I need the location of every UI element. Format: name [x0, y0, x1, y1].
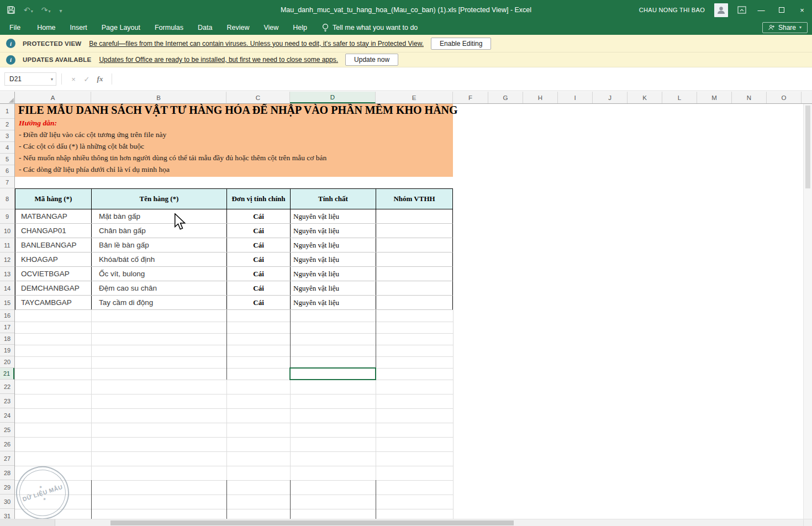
column-header-H[interactable]: H — [523, 92, 558, 103]
header-ma-hang[interactable]: Mã hàng (*) — [15, 189, 92, 209]
cell[interactable]: Cái — [227, 296, 291, 309]
name-box-dropdown-icon[interactable]: ▾ — [51, 77, 56, 82]
row-header-17[interactable]: 17 — [0, 322, 14, 333]
row-header-12[interactable]: 12 — [0, 253, 14, 267]
tab-home[interactable]: Home — [30, 20, 62, 35]
cell[interactable]: Nguyên vật liệu — [291, 224, 376, 238]
cell[interactable]: Cái — [227, 209, 291, 223]
row-header-9[interactable]: 9 — [0, 209, 14, 224]
row-header-16[interactable]: 16 — [0, 310, 14, 322]
column-header-I[interactable]: I — [558, 92, 593, 103]
column-header-G[interactable]: G — [488, 92, 523, 103]
row-header-26[interactable]: 26 — [0, 437, 14, 451]
column-header-O[interactable]: O — [767, 92, 802, 103]
column-header-K[interactable]: K — [628, 92, 662, 103]
cell[interactable]: Nguyên vật liệu — [291, 253, 376, 266]
row-header-14[interactable]: 14 — [0, 281, 14, 296]
enable-editing-button[interactable]: Enable Editing — [431, 38, 491, 50]
tab-file[interactable]: File — [0, 20, 30, 35]
cell[interactable] — [376, 296, 452, 309]
header-ten-hang[interactable]: Tên hàng (*) — [92, 189, 227, 209]
cell[interactable]: Nguyên vật liệu — [291, 238, 376, 252]
undo-button[interactable]: ↶▾ — [24, 5, 33, 15]
cell[interactable]: Cái — [227, 224, 291, 238]
share-button[interactable]: Share ▾ — [762, 22, 808, 33]
cell[interactable]: MATBANGAP — [15, 209, 92, 223]
column-header-A[interactable]: A — [15, 92, 91, 103]
vertical-scrollbar-thumb[interactable] — [805, 106, 810, 188]
row-header-23[interactable]: 23 — [0, 394, 14, 408]
cell[interactable]: Cái — [227, 281, 291, 295]
name-box[interactable]: D21 ▾ — [4, 72, 56, 86]
account-name[interactable]: CHAU NONG THI BAO — [639, 7, 705, 13]
row-header-29[interactable]: 29 — [0, 480, 14, 495]
update-now-button[interactable]: Update now — [345, 54, 398, 66]
cell[interactable]: Nguyên vật liệu — [291, 296, 376, 309]
header-nhom-vthh[interactable]: Nhóm VTHH — [376, 189, 452, 209]
column-header-L[interactable]: L — [662, 92, 697, 103]
tab-help[interactable]: Help — [286, 20, 314, 35]
row-header-10[interactable]: 10 — [0, 224, 14, 238]
selected-cell-d21[interactable] — [289, 367, 376, 380]
maximize-button[interactable] — [779, 7, 784, 13]
cell[interactable] — [376, 267, 452, 281]
header-don-vi[interactable]: Đơn vị tính chính — [227, 189, 291, 209]
cell[interactable]: Nguyên vật liệu — [291, 267, 376, 281]
cell[interactable]: KHOAGAP — [15, 253, 92, 266]
cell[interactable] — [376, 224, 452, 238]
column-header-E[interactable]: E — [376, 92, 453, 103]
enter-icon[interactable]: ✓ — [80, 75, 93, 83]
row-header-7[interactable]: 7 — [0, 177, 14, 188]
cell[interactable] — [376, 253, 452, 266]
cell[interactable]: CHANGAP01 — [15, 224, 92, 238]
cell[interactable]: Nguyên vật liệu — [291, 281, 376, 295]
horizontal-scrollbar-thumb[interactable] — [110, 520, 514, 525]
cell[interactable]: Cái — [227, 267, 291, 281]
formula-input[interactable] — [117, 72, 812, 86]
column-header-C[interactable]: C — [226, 92, 290, 103]
cell[interactable]: BANLEBANGAP — [15, 238, 92, 252]
cell[interactable] — [376, 281, 452, 295]
cell[interactable]: Cái — [227, 253, 291, 266]
column-header-M[interactable]: M — [697, 92, 732, 103]
cell[interactable]: Khóa/bát cố định — [92, 253, 227, 266]
tab-data[interactable]: Data — [191, 20, 219, 35]
header-tinh-chat[interactable]: Tính chất — [291, 189, 376, 209]
column-header-J[interactable]: J — [593, 92, 628, 103]
row-header-5[interactable]: 5 — [0, 154, 14, 165]
ribbon-display-options-button[interactable] — [737, 6, 746, 14]
cell[interactable]: DEMCHANBGAP — [15, 281, 92, 295]
cell[interactable]: Bản lề bàn gấp — [92, 238, 227, 252]
row-header-19[interactable]: 19 — [0, 345, 14, 356]
horizontal-scrollbar[interactable] — [0, 519, 803, 526]
row-header-11[interactable]: 11 — [0, 238, 14, 253]
row-header-27[interactable]: 27 — [0, 451, 14, 466]
row-header-20[interactable]: 20 — [0, 356, 14, 368]
row-header-13[interactable]: 13 — [0, 267, 14, 281]
row-header-15[interactable]: 15 — [0, 296, 14, 310]
row-header-28[interactable]: 28 — [0, 466, 14, 480]
tab-review[interactable]: Review — [219, 20, 256, 35]
row-header-21[interactable]: 21 — [0, 368, 14, 380]
cell[interactable]: Tay cầm di động — [92, 296, 227, 309]
insert-function-icon[interactable]: fx — [93, 75, 107, 83]
row-header-30[interactable]: 30 — [0, 495, 14, 509]
row-header-25[interactable]: 25 — [0, 423, 14, 437]
tell-me-box[interactable]: Tell me what you want to do — [322, 23, 418, 32]
cancel-icon[interactable]: × — [67, 75, 80, 83]
row-header-8[interactable]: 8 — [0, 188, 14, 209]
cell[interactable]: Cái — [227, 238, 291, 252]
cell[interactable]: Ốc vít, bulong — [92, 267, 227, 281]
row-header-4[interactable]: 4 — [0, 142, 14, 154]
cell[interactable]: Mặt bàn gấp — [92, 209, 227, 223]
save-button[interactable] — [7, 6, 15, 14]
minimize-button[interactable]: — — [756, 6, 767, 14]
customize-qat-button[interactable]: ▾ — [59, 5, 62, 15]
sheet-cells[interactable]: FILE MẪU DANH SÁCH VẬT TƯ HÀNG HÓA ĐỂ NH… — [15, 104, 812, 526]
cell[interactable] — [376, 238, 452, 252]
cell[interactable]: Chân bàn gấp — [92, 224, 227, 238]
tab-page-layout[interactable]: Page Layout — [94, 20, 147, 35]
tab-insert[interactable]: Insert — [63, 20, 94, 35]
tab-view[interactable]: View — [256, 20, 286, 35]
row-header-18[interactable]: 18 — [0, 333, 14, 345]
